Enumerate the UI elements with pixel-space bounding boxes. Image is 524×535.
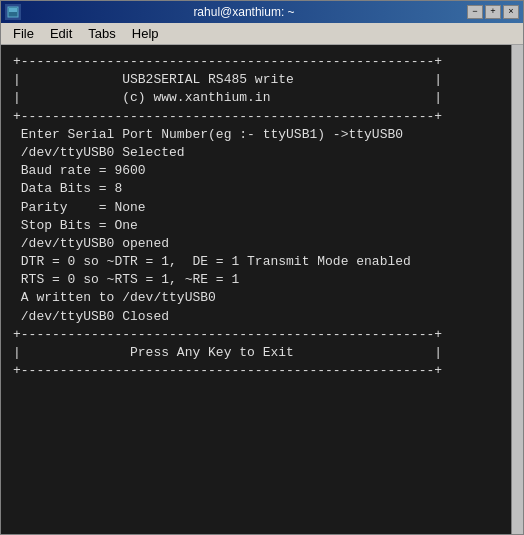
terminal-line: | (c) www.xanthium.in | [13,89,499,107]
menu-edit[interactable]: Edit [42,24,80,43]
terminal-line: DTR = 0 so ~DTR = 1, DE = 1 Transmit Mod… [13,253,499,271]
terminal-line: Enter Serial Port Number(eg :- ttyUSB1) … [13,126,499,144]
terminal-output[interactable]: +---------------------------------------… [1,45,511,534]
menu-file[interactable]: File [5,24,42,43]
menu-tabs[interactable]: Tabs [80,24,123,43]
terminal-line: A written to /dev/ttyUSB0 [13,289,499,307]
terminal-line: +---------------------------------------… [13,108,499,126]
terminal-line: +---------------------------------------… [13,326,499,344]
terminal-line: RTS = 0 so ~RTS = 1, ~RE = 1 [13,271,499,289]
terminal-line: Baud rate = 9600 [13,162,499,180]
window-controls: − + × [467,5,519,19]
terminal-line: /dev/ttyUSB0 Selected [13,144,499,162]
window-icon [5,4,21,20]
minimize-button[interactable]: − [467,5,483,19]
terminal-line: | USB2SERIAL RS485 write | [13,71,499,89]
terminal-line: /dev/ttyUSB0 opened [13,235,499,253]
terminal-line: Data Bits = 8 [13,180,499,198]
terminal-line: Parity = None [13,199,499,217]
close-button[interactable]: × [503,5,519,19]
terminal-line: +---------------------------------------… [13,53,499,71]
window-title: rahul@xanthium: ~ [21,5,467,19]
maximize-button[interactable]: + [485,5,501,19]
svg-rect-1 [9,8,17,12]
terminal-line: | Press Any Key to Exit | [13,344,499,362]
title-bar: rahul@xanthium: ~ − + × [1,1,523,23]
terminal-line: /dev/ttyUSB0 Closed [13,308,499,326]
terminal-area: +---------------------------------------… [1,45,523,534]
menu-bar: File Edit Tabs Help [1,23,523,45]
menu-help[interactable]: Help [124,24,167,43]
terminal-line: +---------------------------------------… [13,362,499,380]
scrollbar[interactable] [511,45,523,534]
terminal-line: Stop Bits = One [13,217,499,235]
terminal-window: rahul@xanthium: ~ − + × File Edit Tabs H… [0,0,524,535]
